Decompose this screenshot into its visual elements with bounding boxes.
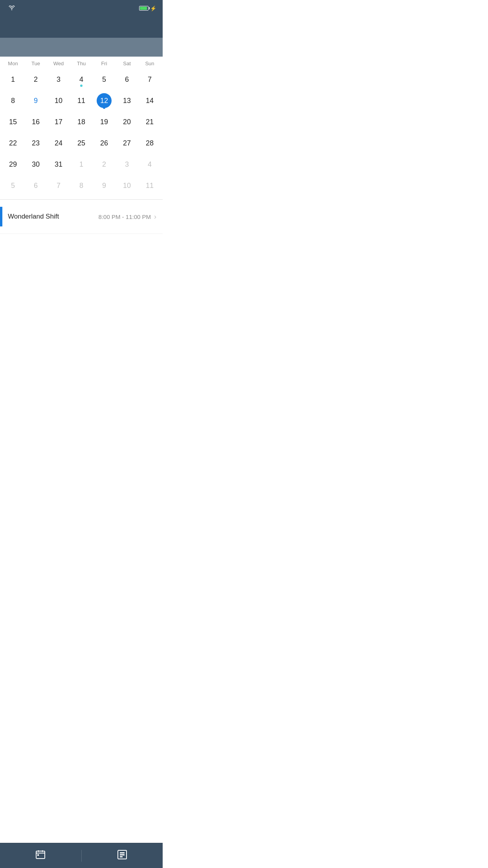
day-cell[interactable]: 10: [116, 175, 138, 196]
event-list: Wonderland Shift8:00 PM - 11:00 PM›: [0, 200, 163, 234]
event-accent-bar: [0, 207, 2, 226]
day-cell[interactable]: 11: [138, 175, 161, 196]
bolt-icon: ⚡: [150, 6, 156, 11]
event-name: Wonderland Shift: [8, 213, 99, 221]
day-cell[interactable]: 24: [47, 132, 70, 154]
status-left: [6, 6, 15, 11]
weekday-headers: MonTueWedThuFriSatSun: [2, 57, 161, 69]
calendar-grid: MonTueWedThuFriSatSun 123456789101112131…: [0, 57, 163, 196]
event-time: 8:00 PM - 11:00 PM: [99, 213, 151, 220]
weekday-header: Sat: [116, 61, 138, 66]
day-cell[interactable]: 14: [138, 90, 161, 111]
day-cell[interactable]: 31: [47, 154, 70, 175]
header: [0, 16, 163, 38]
day-cell[interactable]: 3: [116, 154, 138, 175]
day-cell[interactable]: 2: [24, 69, 47, 90]
day-cell[interactable]: 20: [116, 111, 138, 132]
event-item[interactable]: Wonderland Shift8:00 PM - 11:00 PM›: [0, 200, 163, 234]
day-cell[interactable]: 9: [24, 90, 47, 111]
days-grid: 1234567891011121314151617181920212223242…: [2, 69, 161, 196]
day-cell[interactable]: 28: [138, 132, 161, 154]
day-cell[interactable]: 25: [70, 132, 93, 154]
status-right: ⚡: [139, 6, 156, 11]
day-cell[interactable]: 4: [138, 154, 161, 175]
wifi-icon: [9, 6, 15, 11]
day-cell[interactable]: 13: [116, 90, 138, 111]
day-cell[interactable]: 26: [93, 132, 116, 154]
status-bar: ⚡: [0, 0, 163, 16]
day-cell[interactable]: 5: [2, 175, 24, 196]
day-cell[interactable]: 1: [2, 69, 24, 90]
day-cell[interactable]: 12: [93, 90, 116, 111]
weekday-header: Thu: [70, 61, 93, 66]
weekday-header: Wed: [47, 61, 70, 66]
day-cell[interactable]: 27: [116, 132, 138, 154]
day-cell[interactable]: 7: [47, 175, 70, 196]
weekday-header: Fri: [93, 61, 116, 66]
day-cell[interactable]: 22: [2, 132, 24, 154]
day-cell[interactable]: 8: [70, 175, 93, 196]
calendar-nav: [0, 38, 163, 57]
day-cell[interactable]: 6: [116, 69, 138, 90]
day-cell[interactable]: 10: [47, 90, 70, 111]
weekday-header: Sun: [138, 61, 161, 66]
day-cell[interactable]: 23: [24, 132, 47, 154]
day-cell[interactable]: 18: [70, 111, 93, 132]
day-cell[interactable]: 6: [24, 175, 47, 196]
day-cell[interactable]: 15: [2, 111, 24, 132]
day-cell[interactable]: 1: [70, 154, 93, 175]
day-cell[interactable]: 9: [93, 175, 116, 196]
weekday-header: Tue: [24, 61, 47, 66]
day-cell[interactable]: 19: [93, 111, 116, 132]
day-cell[interactable]: 7: [138, 69, 161, 90]
day-cell[interactable]: 11: [70, 90, 93, 111]
day-cell[interactable]: 8: [2, 90, 24, 111]
chevron-right-icon: ›: [154, 213, 156, 221]
day-cell[interactable]: 2: [93, 154, 116, 175]
day-cell[interactable]: 17: [47, 111, 70, 132]
day-cell[interactable]: 3: [47, 69, 70, 90]
battery-icon: [139, 6, 149, 11]
day-cell[interactable]: 21: [138, 111, 161, 132]
day-cell[interactable]: 30: [24, 154, 47, 175]
day-cell[interactable]: 29: [2, 154, 24, 175]
day-cell[interactable]: 4: [70, 69, 93, 90]
day-cell[interactable]: 5: [93, 69, 116, 90]
day-cell[interactable]: 16: [24, 111, 47, 132]
weekday-header: Mon: [2, 61, 24, 66]
